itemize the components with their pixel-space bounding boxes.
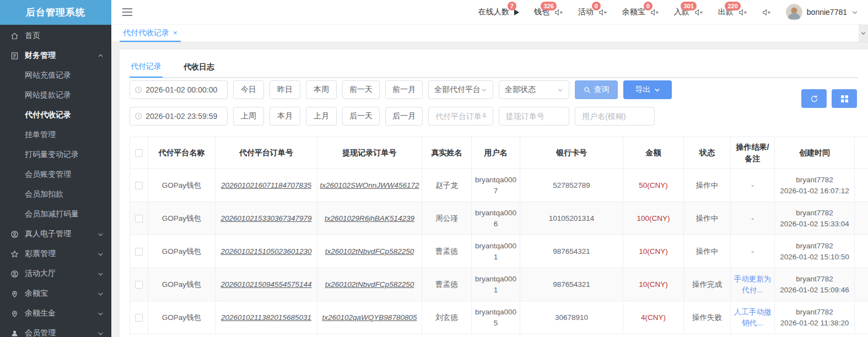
sidebar-item-首页[interactable]: 首页 xyxy=(0,26,111,46)
refresh-button[interactable] xyxy=(801,89,827,108)
column-header: 代付平台名称 xyxy=(148,137,215,169)
table-row: GOPay钱包2026010211382015685031tx260102qaW… xyxy=(130,301,868,334)
sidebar-item-挂单管理[interactable]: 挂单管理 xyxy=(0,125,111,145)
speaker-mute-icon[interactable] xyxy=(599,8,607,17)
sidebar-item-网站充值记录[interactable]: 网站充值记录 xyxy=(0,66,111,85)
username-cell: bryantqa0001 xyxy=(472,268,520,301)
table-row: GOPay钱包2026010215094554575144tx260102tNb… xyxy=(130,268,868,301)
quick-filter-昨日[interactable]: 昨日 xyxy=(269,80,300,99)
row-checkbox[interactable] xyxy=(135,182,143,189)
table-row: GOPay钱包2026010216071184707835tx260102SWO… xyxy=(130,169,868,202)
username-input[interactable] xyxy=(575,107,655,126)
remark-link[interactable]: 手动更新为代付... xyxy=(734,275,772,294)
status-cell: 操作失败 xyxy=(684,301,731,334)
date-from-input[interactable] xyxy=(145,85,223,94)
tab-daishou-log[interactable]: 代收日志 xyxy=(182,57,215,78)
speaker-mute-icon[interactable] xyxy=(762,8,771,17)
quick-buttons-row1: 今日昨日本周前一天前一月 xyxy=(233,80,423,99)
sidebar-item-打码量变动记录[interactable]: 打码量变动记录 xyxy=(0,145,111,165)
export-button[interactable]: 导出 xyxy=(623,80,672,99)
withdraw-order-no-link[interactable]: tx260102qaWQYB98780805 xyxy=(322,313,417,322)
quick-filter-前一月[interactable]: 前一月 xyxy=(385,80,423,99)
quick-filter-后一天[interactable]: 后一天 xyxy=(342,107,380,126)
sidebar-item-财务管理[interactable]: 财务管理 xyxy=(0,46,111,66)
chevron-down-icon xyxy=(851,9,858,15)
sidebar-item-网站提款记录[interactable]: 网站提款记录 xyxy=(0,85,111,105)
created-at-cell: bryant77822026-01-02 16:07:12 xyxy=(775,169,855,202)
sidebar-item-彩票管理[interactable]: 彩票管理 xyxy=(0,244,111,264)
tab-list-dropdown[interactable] xyxy=(859,25,868,42)
quick-filter-本月[interactable]: 本月 xyxy=(269,107,300,126)
tab-payment-records[interactable]: 代付代收记录 × xyxy=(120,25,181,42)
withdraw-order-no-link[interactable]: tx260102tNbvdFCp582250 xyxy=(325,280,414,289)
sidebar-item-余额生金[interactable]: 余额生金 xyxy=(0,303,111,323)
tab-label: 代付代收记录 xyxy=(123,28,169,38)
date-from-picker[interactable] xyxy=(130,80,228,99)
row-checkbox[interactable] xyxy=(135,248,143,256)
sidebar-item-余额宝[interactable]: 余额宝 xyxy=(0,284,111,303)
withdraw-order-no-link[interactable]: tx260102SWOnnJWW456172 xyxy=(320,181,419,189)
bank-card-cell: 527852789 xyxy=(520,169,623,202)
platform-order-no-link[interactable]: 2026010215330367347979 xyxy=(220,214,311,222)
sidebar-item-label: 活动大厅 xyxy=(25,269,98,279)
quick-filter-后一月[interactable]: 后一月 xyxy=(385,107,423,126)
speaker-mute-icon[interactable] xyxy=(650,8,659,17)
status-cell: 操作中 xyxy=(684,169,731,202)
quick-filter-上周[interactable]: 上周 xyxy=(233,107,264,126)
bank-card-cell: 30678910 xyxy=(520,301,623,334)
platform-order-no-link[interactable]: 2026010216071184707835 xyxy=(221,181,311,189)
speaker-mute-icon[interactable] xyxy=(694,8,703,17)
user-menu[interactable]: bonnie7781 xyxy=(786,4,858,20)
column-settings-button[interactable] xyxy=(832,89,857,108)
row-checkbox[interactable] xyxy=(135,215,143,222)
filter-row-2: 上周本月上月后一天后一月 xyxy=(130,107,858,126)
speaker-mute-icon[interactable] xyxy=(738,8,747,17)
quick-filter-前一天[interactable]: 前一天 xyxy=(342,80,380,99)
speaker-mute-icon[interactable] xyxy=(554,8,563,17)
play-icon[interactable] xyxy=(514,9,519,15)
created-time: 2026-01-02 15:10:50 xyxy=(777,252,853,263)
date-to-input[interactable] xyxy=(145,112,223,121)
withdraw-order-no-input[interactable] xyxy=(499,107,569,126)
withdraw-order-no-link[interactable]: tx2601029R6jhBAK514239 xyxy=(325,214,414,222)
platform-order-no-link[interactable]: 2026010215094554575144 xyxy=(220,280,311,289)
sidebar-item-代付代收记录[interactable]: 代付代收记录 xyxy=(0,105,111,125)
sidebar-item-label: 网站充值记录 xyxy=(25,70,104,80)
amount-cell: 10(CNY) xyxy=(623,235,684,268)
withdraw-order-no-cell: tx260102tNbvdFCp582250 xyxy=(317,235,422,268)
sidebar-item-label: 打码量变动记录 xyxy=(25,150,104,160)
refresh-icon xyxy=(810,95,818,103)
quick-filter-本周[interactable]: 本周 xyxy=(306,80,337,99)
platform-order-no-link[interactable]: 2026010215105023601230 xyxy=(220,247,311,256)
remark-link[interactable]: 人工手动撤销代... xyxy=(734,308,772,327)
quick-filter-上月[interactable]: 上月 xyxy=(306,107,337,126)
collapse-sidebar-button[interactable] xyxy=(122,8,132,17)
platform-select[interactable]: 全部代付平台 xyxy=(428,80,493,99)
row-select-cell xyxy=(130,202,148,235)
sidebar-item-真人电子管理[interactable]: 真人电子管理 xyxy=(0,224,111,244)
search-button[interactable]: 查询 xyxy=(575,80,618,99)
row-checkbox[interactable] xyxy=(135,281,143,289)
platform-order-no-input[interactable] xyxy=(428,107,493,126)
withdraw-order-no-link[interactable]: tx260102tNbvdFCp582250 xyxy=(325,247,414,256)
sidebar-item-会员管理[interactable]: 会员管理 xyxy=(0,323,111,337)
sidebar-item-会员加减打码量[interactable]: 会员加减打码量 xyxy=(0,204,111,224)
date-to-picker[interactable] xyxy=(130,107,228,126)
select-all-checkbox[interactable] xyxy=(135,149,143,157)
content-card: 代付记录 代收日志 今日昨日本周前一天前一月 全部代付平台 全部状态 xyxy=(120,50,868,337)
sidebar-item-活动大厅[interactable]: 活动大厅 xyxy=(0,264,111,284)
amount-cell: 4(CNY) xyxy=(623,301,684,334)
count-badge: 326 xyxy=(541,2,556,10)
sidebar-item-会员账变管理[interactable]: 会员账变管理 xyxy=(0,165,111,184)
created-at-cell: bryant77822026-01-02 11:38:20 xyxy=(775,301,855,334)
avatar xyxy=(786,4,802,20)
platform-order-no-link[interactable]: 2026010211382015685031 xyxy=(221,313,311,322)
sidebar-item-会员加扣款[interactable]: 会员加扣款 xyxy=(0,184,111,204)
status-select[interactable]: 全部状态 xyxy=(499,80,569,99)
bank-card-cell: 987654321 xyxy=(520,235,623,268)
tab-daifu-records[interactable]: 代付记录 xyxy=(130,57,163,78)
quick-filter-今日[interactable]: 今日 xyxy=(233,80,264,99)
table-row: GOPay钱包2026010215330367347979tx2601029R6… xyxy=(130,202,868,235)
row-checkbox[interactable] xyxy=(135,314,143,322)
close-icon[interactable]: × xyxy=(173,29,177,36)
